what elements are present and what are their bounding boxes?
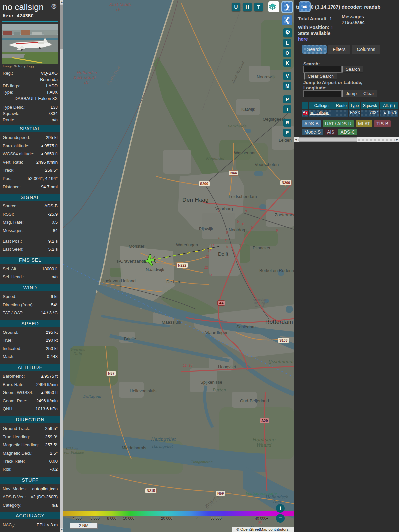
map-toggle-button[interactable]: L [283, 39, 291, 47]
source-type-button[interactable]: AIS [325, 129, 337, 135]
table-header-cell[interactable] [302, 102, 308, 109]
scroll-down-icon[interactable]: ▼ [60, 528, 63, 532]
table-header-cell[interactable]: Squawk [361, 102, 379, 109]
map-toggle-button[interactable]: O [283, 49, 291, 57]
data-label[interactable]: Messages: [3, 227, 24, 236]
data-label[interactable]: Roll: [3, 466, 11, 474]
data-label[interactable]: Source: [3, 203, 18, 211]
data-label[interactable]: Pos.: [3, 175, 13, 184]
decoder-link[interactable]: readsb [364, 4, 380, 10]
layers-button[interactable] [268, 1, 279, 12]
source-type-button[interactable]: Mode-S [302, 129, 323, 135]
map-attribution[interactable]: © OpenStreetMap contributors. [232, 527, 294, 532]
jump-input[interactable] [303, 90, 342, 97]
aircraft-photo[interactable] [2, 24, 58, 64]
map-mode-button[interactable]: U [232, 3, 240, 11]
table-header-cell[interactable]: Route [334, 102, 348, 109]
data-label[interactable]: Magnetic Heading: [3, 442, 39, 450]
source-type-button[interactable]: ADS-C [338, 129, 358, 135]
source-type-button[interactable]: UAT / ADS-R [323, 120, 354, 127]
zoom-in-button[interactable]: + [276, 504, 285, 513]
map-toggle-button[interactable]: K [283, 59, 291, 67]
zoom-out-button[interactable]: − [276, 514, 285, 523]
source-type-button[interactable]: TIS-B [374, 120, 391, 127]
data-label[interactable]: Track: [3, 167, 15, 175]
data-label[interactable]: Ground: [3, 329, 18, 337]
data-label[interactable]: Ground Track: [3, 425, 30, 434]
source-type-button[interactable]: ADS-B [302, 120, 321, 127]
data-label[interactable]: Msg. Rate: [3, 219, 24, 227]
sidebar-scrollbar[interactable]: ▲ ▼ [60, 0, 63, 532]
data-label[interactable]: Track Rate: [3, 458, 25, 466]
jump-button[interactable]: Jump [342, 90, 360, 97]
stats-here-link[interactable]: here [298, 36, 308, 42]
scrollbar-thumb[interactable] [60, 5, 63, 49]
map-toggle-button[interactable]: F [283, 129, 291, 137]
search-button[interactable]: Search [342, 66, 363, 73]
data-label[interactable]: Distance: [3, 184, 21, 192]
reg-link[interactable]: VQ-BXG [41, 70, 58, 76]
data-label[interactable]: Groundspeed: [3, 134, 30, 143]
table-header-cell[interactable]: Type [349, 102, 360, 109]
panel-toggle-button[interactable]: ◀▶ [299, 2, 310, 11]
data-label[interactable]: SIL: [3, 530, 10, 532]
data-label[interactable]: Barometric: [3, 373, 25, 381]
map-mode-button[interactable]: H [243, 3, 252, 11]
data-label[interactable]: NACP: [3, 522, 15, 530]
data-label[interactable]: Last Seen: [3, 246, 23, 254]
source-type-button[interactable]: MLAT [356, 120, 372, 127]
data-label[interactable]: Sel. Alt.: [3, 266, 19, 274]
panel-tab[interactable]: Filters [328, 45, 350, 54]
data-label[interactable]: WGS84 altitude: [3, 151, 34, 159]
dbflags-link[interactable]: LADD [46, 83, 58, 89]
data-label[interactable]: RSSI: [3, 211, 14, 219]
scroll-up-icon[interactable]: ▲ [60, 0, 63, 4]
prev-aircraft-button[interactable]: ❮ [282, 15, 292, 25]
table-header-cell[interactable]: Callsign [309, 102, 334, 109]
row-callsign[interactable]: no callsign [309, 110, 334, 117]
table-h-scrollbar[interactable]: ◀ ▶ [294, 137, 399, 142]
map-toggle-button[interactable]: I [283, 105, 291, 113]
data-label[interactable]: Geom. WGS84: [3, 389, 33, 398]
section-header[interactable]: SIGNAL [0, 194, 60, 201]
section-header[interactable]: ALTITUDE [0, 364, 60, 371]
map-toggle-button[interactable]: P [283, 95, 291, 103]
map-toggle-button[interactable]: V [283, 72, 291, 80]
data-label[interactable]: Baro. Rate: [3, 381, 25, 390]
clear-search-button[interactable]: Clear Search [304, 73, 337, 80]
data-label[interactable]: True: [3, 337, 13, 345]
data-label[interactable]: QNH: [3, 406, 14, 414]
data-label[interactable]: Geom. Rate: [3, 398, 27, 406]
panel-tab[interactable]: Search [302, 45, 327, 54]
section-header[interactable]: WIND [0, 284, 60, 291]
map-mode-button[interactable]: T [254, 3, 263, 11]
data-label[interactable]: TAT / OAT: [3, 310, 23, 318]
map-toggle-button[interactable]: M [283, 82, 291, 90]
section-header[interactable]: FMS SEL [0, 257, 60, 264]
jump-clear-button[interactable]: Clear [360, 90, 377, 97]
data-label[interactable]: Vert. Rate: [3, 159, 23, 167]
section-header[interactable]: DIRECTION [0, 416, 60, 423]
section-header[interactable]: SPEED [0, 320, 60, 327]
section-header[interactable]: ACCURACY [0, 512, 60, 519]
data-label[interactable]: Nav. Modes: [3, 486, 27, 494]
data-label[interactable]: Category: [3, 502, 21, 510]
panel-tab[interactable]: Columns [352, 45, 380, 54]
table-header-cell[interactable]: Alt. (ft) [380, 102, 398, 109]
close-icon[interactable]: ⊗ [51, 3, 57, 10]
search-input[interactable] [303, 66, 342, 73]
data-label[interactable]: Last Pos.: [3, 238, 22, 246]
scroll-left-icon[interactable]: ◀ [294, 137, 298, 142]
map-toggle-button[interactable]: R [283, 119, 291, 127]
map-canvas[interactable]: Den Haag Rotterdam Delft Noordwijk Katwi… [63, 0, 294, 532]
data-label[interactable]: Direction (from): [3, 302, 34, 310]
settings-gear-button[interactable]: ⚙ [283, 28, 292, 37]
data-label[interactable]: True Heading: [3, 434, 30, 442]
data-label[interactable]: ADS-B Ver.: [3, 494, 26, 502]
data-label[interactable]: Indicated: [3, 345, 21, 354]
data-label[interactable]: Sel. Head.: [3, 274, 24, 282]
data-label[interactable]: Speed: [3, 293, 16, 302]
data-label[interactable]: Magnetic Decl.: [3, 450, 33, 458]
data-label[interactable]: Baro. altitude: [3, 143, 29, 151]
next-aircraft-button[interactable]: ❯ [282, 2, 292, 12]
